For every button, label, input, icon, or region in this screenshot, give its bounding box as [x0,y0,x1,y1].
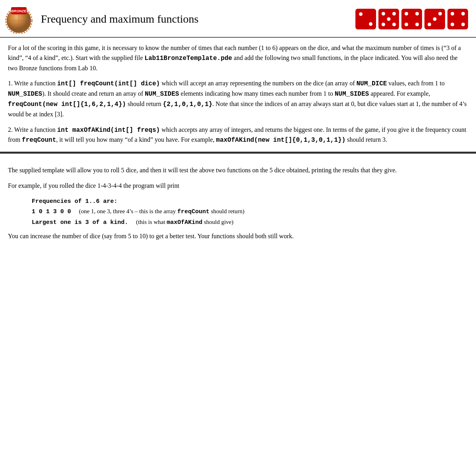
bronze-badge-icon: BRONZE [4,4,34,34]
code-comment2: (one 1, one 3, three 4’s – this is the a… [79,206,244,217]
num-sides-ref2: NUM_SIDES [145,91,179,98]
bottom-section: The supplied template will allow you to … [0,154,476,253]
intro-paragraph: For a lot of the scoring in this game, i… [8,43,468,73]
num-sides-ref1: NUM_SIDES [8,91,42,98]
page-header: BRONZE Frequency and maximum functions [0,0,476,38]
die-2-icon [355,9,376,29]
die-3-icon [424,9,445,29]
dice-decoration [355,9,468,29]
code-line2: 1 0 1 3 0 0 [32,207,71,217]
num-sides-ref3: NUM_SIDES [335,91,369,98]
freqcount-ref2: freqCount [177,208,209,215]
code-line1: Frequencies of 1..6 are: [32,197,468,207]
maxofakind-example: maxOfAKind(new int[]{0,1,3,0,1,1}) [216,137,345,144]
code-comment3: (this is what maxOfAKind should give) [136,217,233,228]
code-example: Frequencies of 1..6 are: 1 0 1 3 0 0 (on… [32,197,468,228]
die-4-icon [401,9,422,29]
freqcount-ref: freqCount [22,137,56,144]
code-line2-row: 1 0 1 3 0 0 (one 1, one 3, three 4’s – t… [32,206,468,217]
die-4b-icon [447,9,468,29]
item1-paragraph: 1. Write a function int[] freqCount(int[… [8,79,468,119]
num-dice-ref1: NUM_DICE [357,80,387,87]
filename: Lab11BronzeTemplate.pde [144,55,232,62]
freqcount-result: {2,1,0,1,0,1} [163,101,213,108]
bottom-para2: For example, if you rolled the dice 1-4-… [8,181,468,191]
die-5-icon [378,9,399,29]
bottom-para3: You can increase the number of dice (say… [8,231,468,241]
maxofakind-signature: int maxOfAKind(int[] freqs) [57,127,160,134]
freqcount-signature: int[] freqCount(int[] dice) [57,80,160,87]
page-title: Frequency and maximum functions [41,13,355,25]
code-line3: Largest one is 3 of a kind. [32,218,128,228]
code-line3-row: Largest one is 3 of a kind. (this is wha… [32,217,468,228]
maxofakind-ref2: maxOfAKind [167,219,202,226]
bottom-para1: The supplied template will allow you to … [8,166,468,175]
freqcount-example: freqCount(new int[]{1,6,2,1,4}) [8,101,126,108]
top-section: For a lot of the scoring in this game, i… [0,38,476,154]
item2-paragraph: 2. Write a function int maxOfAKind(int[]… [8,125,468,146]
